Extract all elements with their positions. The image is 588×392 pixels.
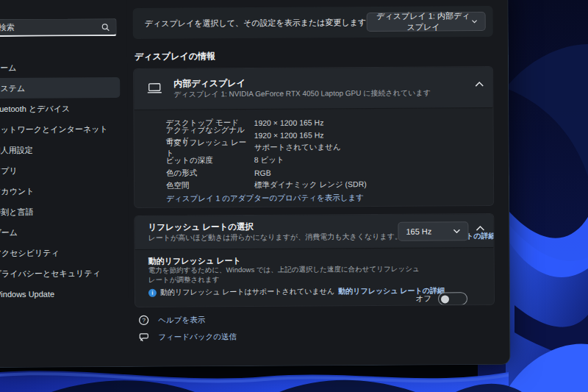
refresh-rate-card-header[interactable]: リフレッシュ レートの選択 レートが高いほど動きは滑らかになりますが、消費電力も… (135, 214, 493, 250)
collapse-chevron-up-icon[interactable] (476, 226, 484, 231)
settings-sidebar: 検索 ホーム システム Bluetooth とデバイス ネットワークとインターネ… (0, 0, 129, 367)
sidebar-item-privacy-security[interactable]: プライバシーとセキュリティ (0, 263, 121, 284)
sidebar-item-time-language[interactable]: 時刻と言語 (0, 201, 121, 222)
toggle-state-label: オフ (415, 293, 431, 304)
sidebar-item-bluetooth-devices[interactable]: Bluetooth とデバイス (0, 98, 120, 119)
refresh-rate-card: リフレッシュ レートの選択 レートが高いほど動きは滑らかになりますが、消費電力も… (134, 213, 495, 307)
toggle-knob (441, 295, 449, 303)
chevron-down-icon (453, 229, 460, 233)
dynamic-refresh-title: 動的リフレッシュ レート (148, 254, 494, 266)
dynamic-refresh-section: 動的リフレッシュ レート 電力を節約するために、Windows では、上記の選択… (135, 248, 494, 307)
sidebar-item-apps[interactable]: アプリ (0, 160, 121, 181)
display-info-card: 内部ディスプレイ ディスプレイ 1: NVIDIA GeForce RTX 40… (133, 66, 494, 208)
sidebar-item-accounts[interactable]: アカウント (0, 180, 121, 202)
adapter-properties-link[interactable]: ディスプレイ 1 のアダプターのプロパティを表示します (166, 193, 364, 204)
feedback-row: フィードバックの送信 (138, 331, 237, 343)
help-row: ? ヘルプを表示 (138, 314, 205, 326)
sidebar-item-windows-update[interactable]: Windows Update (0, 283, 121, 304)
search-placeholder: 検索 (0, 21, 101, 33)
sidebar-nav: ホーム システム Bluetooth とデバイス ネットワークとインターネット … (0, 57, 121, 304)
help-link[interactable]: ヘルプを表示 (158, 315, 205, 325)
display-selector-label: ディスプレイを選択して、その設定を表示または変更します (145, 17, 367, 29)
display-info-card-body: デスクトップ モード1920 × 1200 165 Hz アクティブなシグナル … (134, 108, 493, 205)
display-info-card-header[interactable]: 内部ディスプレイ ディスプレイ 1: NVIDIA GeForce RTX 40… (134, 67, 492, 110)
dynamic-refresh-toggle[interactable] (438, 292, 467, 305)
search-input[interactable]: 検索 (0, 18, 117, 37)
refresh-rate-description: レートが高いほど動きは滑らかになりますが、消費電力も大きくなります。 リフレッシ… (148, 232, 390, 243)
feedback-icon (138, 332, 149, 343)
sidebar-item-accessibility[interactable]: アクセシビリティ (0, 242, 121, 263)
info-row: 色空間標準ダイナミック レンジ (SDR) (166, 177, 481, 192)
svg-text:?: ? (142, 317, 146, 324)
photo-scene: 検索 ホーム システム Bluetooth とデバイス ネットワークとインターネ… (0, 0, 588, 392)
sidebar-item-system[interactable]: システム (0, 77, 120, 99)
settings-window: 検索 ホーム システム Bluetooth とデバイス ネットワークとインターネ… (0, 0, 511, 368)
help-icon: ? (138, 315, 149, 326)
collapse-chevron-up-icon[interactable] (475, 82, 484, 87)
sidebar-item-home[interactable]: ホーム (0, 57, 120, 78)
sidebar-item-gaming[interactable]: ゲーム (0, 221, 121, 243)
display-settings-main: ディスプレイを選択して、その設定を表示または変更します ディスプレイ 1: 内部… (132, 0, 502, 366)
monitor-icon (147, 82, 162, 94)
section-title: ディスプレイの情報 (135, 50, 215, 63)
display-card-subtitle: ディスプレイ 1: NVIDIA GeForce RTX 4050 Laptop… (173, 88, 481, 99)
chevron-down-icon (472, 19, 478, 24)
info-icon: i (148, 288, 157, 296)
dynamic-refresh-description: 電力を節約するために、Windows では、上記の選択した速度に合わせてリフレッ… (148, 265, 428, 285)
sidebar-item-personalization[interactable]: 個人用設定 (0, 139, 121, 160)
display-selector-bar: ディスプレイを選択して、その設定を表示または変更します ディスプレイ 1: 内部… (133, 6, 493, 39)
sidebar-item-network-internet[interactable]: ネットワークとインターネット (0, 118, 121, 140)
refresh-rate-dropdown[interactable]: 165 Hz (398, 221, 468, 241)
display-selector-dropdown[interactable]: ディスプレイ 1: 内部ディスプレイ (367, 12, 486, 32)
dynamic-refresh-status: 動的リフレッシュ レートはサポートされていません (160, 286, 334, 297)
search-icon (101, 23, 110, 32)
feedback-link[interactable]: フィードバックの送信 (158, 332, 237, 343)
